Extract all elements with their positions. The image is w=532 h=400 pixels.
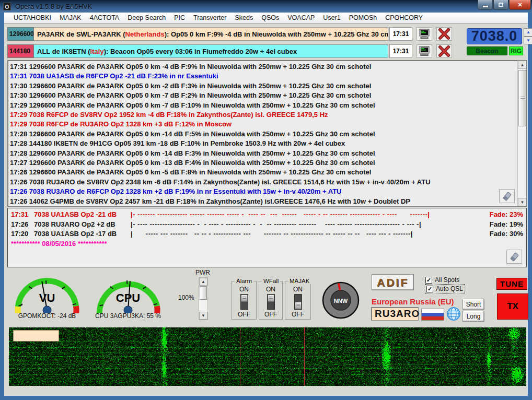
- fade-info: 7038 UA1ASB Op2 -21 dB: [34, 210, 131, 220]
- rig-button[interactable]: RIG: [509, 46, 523, 55]
- red-x-icon: [438, 28, 450, 40]
- log-line: 17:29 7038 R6FCP de RU3ARO Op2 1328 km +…: [10, 120, 516, 129]
- fade-time: 17:31: [11, 210, 34, 220]
- menu-transverter[interactable]: Transverter: [189, 14, 230, 21]
- vu-meter: VU GPOMKOCT: -24 dB: [8, 273, 86, 315]
- menu-4actota[interactable]: 4ACTOTA: [86, 14, 124, 21]
- pwr-up-icon[interactable]: ▲: [199, 278, 207, 286]
- pwr-down-icon[interactable]: ▼: [199, 312, 207, 320]
- monitor-log-button[interactable]: [417, 27, 432, 41]
- spot-country: Italy: [90, 48, 104, 55]
- delete-spot-button[interactable]: [436, 27, 452, 41]
- on-label: ON: [285, 286, 310, 293]
- toggle-handle: [241, 295, 248, 302]
- vu-label: VU: [39, 291, 55, 304]
- auto-qsl-label: Auto QSL: [436, 285, 463, 292]
- adif-button[interactable]: ADIF: [372, 274, 414, 290]
- majak-toggle[interactable]: [294, 294, 302, 310]
- log-scrollbar[interactable]: ▲ ▼: [517, 61, 526, 206]
- waterfall-display[interactable]: [9, 327, 526, 386]
- globe-icon[interactable]: [446, 306, 461, 324]
- log-line: 17:30 1296600 PA3ARK de PA3ARK Op05 0 km…: [10, 91, 516, 100]
- spin-down-icon[interactable]: ▼: [524, 37, 532, 45]
- wfall-toggle[interactable]: [267, 294, 275, 310]
- fade-value: Fade: 19%: [482, 220, 523, 230]
- waterfall-canvas: [9, 327, 526, 386]
- fade-info: 7038 UA1ASB Op2 -17 dB: [34, 229, 131, 239]
- vu-caption: GPOMKOCT: -24 dB: [8, 312, 86, 320]
- all-spots-checkbox[interactable]: [425, 277, 432, 284]
- title-bar[interactable]: O Opera v1.5.8 by EA5HVK ✕: [0, 0, 532, 13]
- log-line: 17:29 1296600 PA3ARK de PA3ARK Op05 0 km…: [10, 101, 516, 110]
- delete-spot-button[interactable]: [436, 44, 452, 58]
- spot-row-1: 1296600 PA3ARK de SWL-PA3ARK (Netherland…: [7, 27, 452, 41]
- menu-deep-search[interactable]: Deep Search: [123, 14, 170, 21]
- auto-qsl-option[interactable]: Auto QSL: [425, 285, 464, 293]
- minimize-button[interactable]: [478, 0, 493, 10]
- scroll-thumb[interactable]: [518, 70, 526, 126]
- spot-row-2: 144180 ALL de IK8ETN (Italy): Beacon Op0…: [7, 44, 452, 58]
- spot-time: 17:31: [389, 44, 412, 58]
- spin-up-icon[interactable]: ▲: [524, 28, 532, 37]
- scroll-up-icon[interactable]: ▲: [518, 61, 527, 69]
- maximize-icon: [499, 3, 503, 7]
- minimize-icon: [483, 6, 488, 7]
- compass-icon: NNW: [321, 281, 360, 320]
- auto-qsl-checkbox[interactable]: [426, 286, 433, 292]
- menu-user1[interactable]: User1: [319, 14, 344, 21]
- spot-freq-badge: 1296600: [7, 27, 34, 41]
- beacon-button[interactable]: Beacon: [467, 46, 507, 55]
- clear-log-button[interactable]: [499, 189, 515, 203]
- menu-cpohcory[interactable]: CPOHCORY: [381, 14, 427, 21]
- alarm-toggle[interactable]: [240, 294, 248, 310]
- on-label: ON: [259, 286, 282, 293]
- menu-pic[interactable]: PIC: [170, 14, 189, 21]
- menu-majak[interactable]: MAJAK: [55, 14, 86, 21]
- window-title: Opera v1.5.8 by EA5HVK: [15, 3, 92, 10]
- maximize-button[interactable]: [493, 0, 508, 10]
- short-path-button[interactable]: Short: [462, 299, 484, 310]
- log-line: 17:27 1296600 PA3ARK de PA3ARK Op05 0 km…: [10, 158, 516, 168]
- menu-qsos[interactable]: QSOs: [257, 14, 283, 21]
- menu-pomosh[interactable]: POMOSh: [345, 14, 381, 21]
- alarm-group-label: Alarm: [235, 278, 253, 284]
- fade-value: Fade: 23%: [482, 210, 523, 220]
- spot-freq-badge: 144180: [7, 44, 34, 58]
- spot-text: PA3ARK de SWL-PA3ARK (: [37, 30, 125, 38]
- red-x-icon: [438, 45, 450, 57]
- frequency-spinner[interactable]: ▲ ▼: [524, 28, 532, 44]
- fade-row: 17:31 7038 UA1ASB Op2 -21 dB |- ------- …: [8, 210, 526, 220]
- spot-log-panel: 17:31 1296600 PA3ARK de PA3ARK Op05 0 km…: [7, 60, 527, 207]
- tx-button[interactable]: TX: [497, 293, 528, 320]
- tune-button[interactable]: TUNE: [496, 278, 527, 290]
- monitor-log-button[interactable]: [417, 44, 432, 58]
- app-icon: O: [3, 3, 11, 10]
- menu-bar: UCTAHOBKI MAJAK 4ACTOTA Deep Search PIC …: [4, 13, 528, 23]
- scroll-down-icon[interactable]: ▼: [518, 198, 527, 206]
- menu-uctahobki[interactable]: UCTAHOBKI: [9, 14, 55, 21]
- eraser-icon: [510, 252, 518, 261]
- menu-skeds[interactable]: Skeds: [230, 14, 257, 21]
- cpu-caption: CPU 3AGPU3KA: 55 %: [89, 312, 167, 320]
- pwr-thumb[interactable]: [200, 286, 207, 300]
- log-line: 17:26 7038 RU3ARO de SV8RV Op2 2348 km -…: [10, 178, 516, 187]
- fade-row: 17:20 7038 UA1ASB Op2 -17 dB | ----- ---…: [8, 229, 526, 239]
- toggle-handle: [295, 302, 302, 309]
- fade-pattern: |- ---- ------------------ - - ---- - --…: [131, 220, 482, 230]
- pwr-slider[interactable]: ▲ ▼: [199, 277, 208, 320]
- spot-country: Netherlands: [125, 30, 165, 38]
- close-button[interactable]: ✕: [509, 0, 531, 10]
- spot-text: ): Beacon Op05 every 03:06 in Fiumefredd…: [104, 48, 297, 55]
- off-label: OFF: [259, 311, 282, 318]
- fade-time: 17:26: [11, 220, 34, 230]
- log-line: 17:26 7038 RU3ARO de R6FCP Op2 1328 km +…: [10, 187, 516, 196]
- clear-fade-button[interactable]: [506, 250, 522, 264]
- spot-message: ALL de IK8ETN (Italy): Beacon Op05 every…: [34, 44, 388, 58]
- monitor-icon: [419, 29, 430, 39]
- long-path-button[interactable]: Long: [462, 311, 484, 322]
- compass-knob[interactable]: NNW: [321, 281, 360, 322]
- dx-callsign-field[interactable]: RU3ARO: [371, 307, 419, 321]
- fade-pattern: |- ------- ------------ ------ ------- -…: [131, 210, 482, 220]
- all-spots-option[interactable]: All Spots: [425, 276, 459, 284]
- menu-voacap[interactable]: VOACAP: [283, 14, 319, 21]
